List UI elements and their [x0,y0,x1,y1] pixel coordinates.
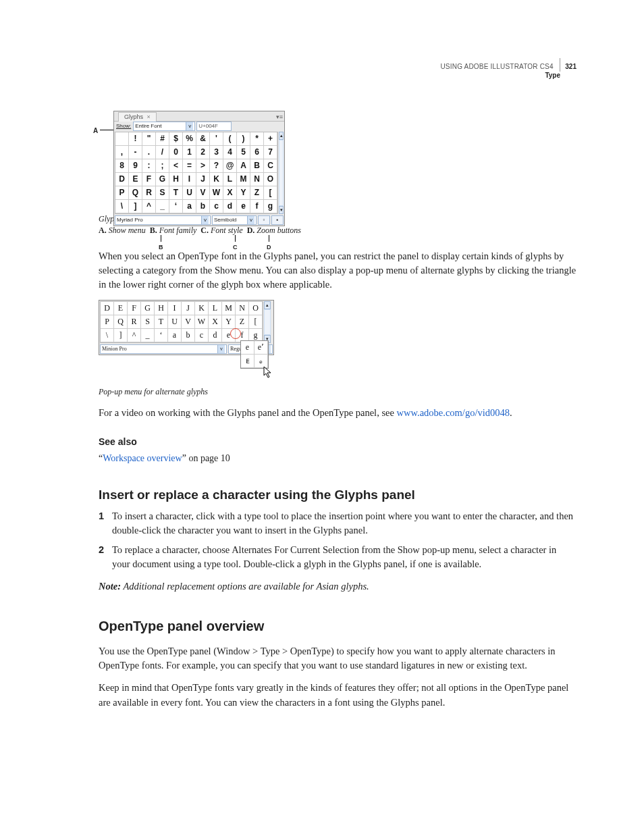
glyph-cell[interactable]: = [183,159,196,173]
glyph-cell[interactable]: Z [236,315,249,329]
glyph-cell[interactable]: K [210,173,223,186]
glyph-cell[interactable]: D [115,173,129,186]
font-style-dropdown[interactable]: Semiboldv [212,215,257,225]
glyph-cell[interactable]: N [250,173,264,186]
glyph-cell[interactable]: T [155,315,168,329]
glyph-cell[interactable]: L [209,302,222,315]
glyph-cell[interactable]: * [250,132,264,146]
glyph-cell[interactable]: ( [223,132,237,146]
glyph-cell[interactable]: V [182,315,195,329]
glyph-cell[interactable]: ; [156,159,169,173]
glyph-cell[interactable]: g [264,200,277,213]
glyph-cell[interactable]: > [196,159,210,173]
glyph-cell[interactable]: . [142,146,156,159]
glyph-cell[interactable]: U [183,186,196,200]
panel-tab-glyphs[interactable]: Glyphs × [118,112,157,122]
glyph-cell[interactable]: Z [250,186,264,200]
glyph-cell[interactable]: < [169,159,183,173]
glyph-cell[interactable]: b [196,200,210,213]
glyph-cell[interactable]: [ [264,186,277,200]
glyph-cell[interactable]: M [237,173,250,186]
glyph-cell[interactable]: , [115,146,129,159]
glyph-cell[interactable]: T [169,186,183,200]
glyph-cell[interactable]: H [169,173,183,186]
glyph-cell[interactable]: P [101,315,114,329]
glyph-cell[interactable]: J [182,302,195,315]
glyph-cell[interactable]: E [114,302,128,315]
glyph-cell[interactable]: E [129,173,142,186]
alternate-glyph-cell[interactable]: e [241,341,254,355]
glyph-cell[interactable]: a [168,329,182,342]
glyph-cell[interactable]: [ [249,315,263,329]
glyph-cell[interactable]: 8 [115,159,129,173]
glyph-cell[interactable]: 6 [250,146,264,159]
glyph-cell[interactable]: X [223,186,237,200]
glyph-cell[interactable]: V [196,186,210,200]
glyph-cell[interactable]: 5 [237,146,250,159]
glyph-cell[interactable]: H [155,302,168,315]
glyph-cell[interactable]: : [142,159,156,173]
glyph-cell[interactable]: c [195,329,209,342]
glyph-cell[interactable]: Y [237,186,250,200]
glyph-cell[interactable]: 7 [264,146,277,159]
glyph-cell[interactable]: ] [114,329,128,342]
glyph-cell[interactable]: \ [115,200,129,213]
glyph-cell[interactable]: K [195,302,209,315]
glyph-cell[interactable]: N [236,302,249,315]
glyph-cell[interactable]: W [195,315,209,329]
glyph-cell[interactable]: G [156,173,169,186]
scroll-up-icon[interactable]: ▴ [264,301,271,309]
glyph-cell[interactable]: 0 [169,146,183,159]
glyph-cell[interactable]: _ [141,329,155,342]
glyph-cell[interactable]: X [209,315,222,329]
scrollbar[interactable]: ▴ ▾ [264,301,271,343]
glyph-cell[interactable]: R [142,186,156,200]
glyph-cell[interactable]: f [250,200,264,213]
scroll-up-icon[interactable]: ▴ [279,132,284,140]
glyph-cell[interactable]: 1 [183,146,196,159]
glyph-cell[interactable]: Q [114,315,128,329]
glyph-cell[interactable]: ^ [142,200,156,213]
glyph-cell[interactable]: B [250,159,264,173]
glyph-cell[interactable]: d [223,200,237,213]
glyph-cell[interactable]: ] [129,200,142,213]
glyph-cell[interactable]: S [141,315,155,329]
glyph-cell[interactable]: 2 [196,146,210,159]
glyph-cell[interactable]: Q [129,186,142,200]
glyph-cell[interactable]: O [264,173,277,186]
glyph-cell[interactable]: C [264,159,277,173]
glyph-cell[interactable]: d [209,329,222,342]
glyph-cell[interactable]: @ [223,159,237,173]
scroll-down-icon[interactable]: ▾ [279,206,284,214]
glyph-cell[interactable]: ' [210,132,223,146]
glyph-cell[interactable]: _ [156,200,169,213]
video-link[interactable]: www.adobe.com/go/vid0048 [397,407,510,418]
scrollbar[interactable]: ▴ ▾ [279,132,284,214]
alternate-glyph-popup[interactable]: eeʼᴇₑ [240,340,269,369]
glyph-cell[interactable]: I [168,302,182,315]
glyph-cell[interactable]: ) [237,132,250,146]
glyph-cell[interactable]: - [129,146,142,159]
glyph-cell[interactable]: & [196,132,210,146]
alternate-glyph-cell[interactable]: eʼ [254,341,268,355]
font-family-dropdown[interactable]: Myriad Prov [115,215,211,225]
glyph-cell[interactable]: \ [101,329,114,342]
glyph-cell[interactable]: + [264,132,277,146]
glyph-cell[interactable]: M [222,302,236,315]
glyph-cell[interactable]: 9 [129,159,142,173]
glyph-cell[interactable]: U [168,315,182,329]
glyph-cell[interactable]: $ [169,132,183,146]
zoom-in-button[interactable]: ▪ [271,215,284,225]
glyph-cell[interactable]: ! [129,132,142,146]
zoom-out-button[interactable]: ▫ [258,215,270,225]
glyph-cell[interactable]: ^ [128,329,141,342]
glyph-cell[interactable]: # [156,132,169,146]
glyph-cell[interactable]: e [237,200,250,213]
glyph-cell[interactable]: G [141,302,155,315]
glyph-cell[interactable]: Y [222,315,236,329]
glyph-cell[interactable]: S [156,186,169,200]
glyph-cell[interactable] [115,132,129,146]
glyph-cell[interactable]: O [249,302,263,315]
glyph-cell[interactable]: F [142,173,156,186]
panel-menu-icon[interactable]: ▾≡ [276,113,283,122]
